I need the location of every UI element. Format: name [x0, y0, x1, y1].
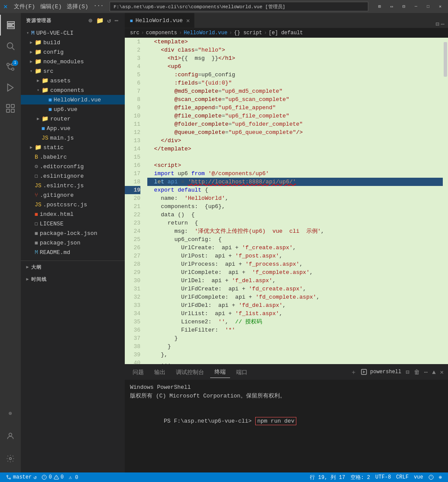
tree-build[interactable]: ▶ 📁 build [21, 38, 125, 47]
tree-helloworld-vue[interactable]: ◼ HelloWorld.vue [21, 95, 125, 104]
status-language[interactable]: vue [411, 474, 426, 481]
status-encoding[interactable]: UTF-8 [373, 474, 393, 481]
more-actions-icon[interactable]: ⋯ [441, 20, 445, 28]
status-indent[interactable]: 空格: 2 [348, 474, 373, 481]
new-folder-icon[interactable]: 📁 [95, 16, 105, 25]
tree-router[interactable]: ▶ 📁 router [21, 114, 125, 124]
svg-line-1 [12, 48, 14, 50]
tab-vue-icon: ◼ [130, 18, 133, 23]
status-warnings[interactable]: ⚠ 0 [66, 474, 81, 481]
activity-explorer[interactable] [0, 15, 21, 36]
tree-eslintrc[interactable]: JS .eslintrc.js [21, 181, 125, 190]
tree-node-modules[interactable]: ▶ 📁 node_modules [21, 57, 125, 66]
tree-editorconfig[interactable]: ⚙ .editorconfig [21, 162, 125, 171]
minimize-btn[interactable]: ─ [412, 2, 420, 11]
layout-btn[interactable]: ⊞ [375, 2, 384, 11]
status-errors[interactable]: 0 0 [39, 474, 66, 480]
main-area: 1 ⊕ 资源管理器 ⊕ 📁 ↺ ⋯ [0, 13, 448, 472]
tab-problems[interactable]: 问题 [128, 367, 148, 378]
status-feedback[interactable] [426, 474, 436, 481]
activity-run[interactable] [0, 77, 21, 98]
tree-components[interactable]: ▾ 📁 components [21, 85, 125, 95]
tab-helloworld[interactable]: ◼ HelloWorld.vue ✕ [125, 13, 195, 28]
svg-rect-8 [6, 109, 10, 112]
sidebar: 资源管理器 ⊕ 📁 ↺ ⋯ ▾ M UP6-VUE-CLI ▶ 📁 build [21, 13, 125, 472]
tree-license[interactable]: ◻ LICENSE [21, 219, 125, 228]
tree-assets[interactable]: ▶ 📁 assets [21, 76, 125, 85]
status-line-ending[interactable]: CRLF [393, 474, 411, 481]
svg-point-10 [9, 433, 12, 436]
terminal-more-icon[interactable]: ⋯ [423, 368, 429, 377]
status-remote[interactable]: ⊕ [436, 474, 445, 481]
tree-static[interactable]: ▶ 📁 static [21, 143, 125, 152]
tree-babelrc[interactable]: B .babelrc [21, 152, 125, 162]
terminal-shell-label[interactable]: powershell [360, 368, 402, 376]
address-text: F:\asp.net\up6-vue-cli\src\components\He… [114, 3, 285, 10]
tree-main-js[interactable]: JS main.js [21, 133, 125, 143]
close-panel-icon[interactable]: ✕ [439, 368, 445, 377]
tree-gitignore[interactable]: ⑂ .gitignore [21, 190, 125, 200]
address-bar[interactable]: F:\asp.net\up6-vue-cli\src\components\He… [110, 2, 368, 11]
maximize-btn[interactable]: □ [424, 2, 432, 11]
outline-header[interactable]: ▶ 大纲 [21, 261, 125, 273]
source-control-badge: 1 [12, 60, 18, 66]
breadcrumb-file[interactable]: HelloWorld.vue [184, 30, 227, 36]
layout-btn3[interactable]: ⊟ [399, 2, 408, 11]
tree-up6-vue[interactable]: ◼ up6.vue [21, 104, 125, 114]
tab-output[interactable]: 输出 [150, 367, 170, 378]
tab-close-btn[interactable]: ✕ [185, 16, 191, 25]
new-file-icon[interactable]: ⊕ [88, 16, 93, 25]
tree-package-json[interactable]: ◼ package.json [21, 238, 125, 248]
tab-right-actions: ⊟ ⋯ [432, 20, 448, 28]
terminal-tab-bar: 问题 输出 调试控制台 终端 端口 ＋ powershell ⊟ 🗑 ⋯ ▲ ✕ [125, 365, 448, 380]
refresh-icon[interactable]: ↺ [107, 16, 112, 25]
breadcrumb-script[interactable]: {} script [234, 30, 262, 36]
layout-btn2[interactable]: ▭ [387, 2, 396, 11]
split-editor-icon[interactable]: ⊟ [435, 20, 439, 28]
tab-debug[interactable]: 调试控制台 [172, 367, 208, 378]
project-root[interactable]: ▾ M UP6-VUE-CLI [21, 28, 125, 38]
tree-src[interactable]: ▾ 📁 src [21, 66, 125, 76]
tree-postcssrc[interactable]: JS .postcssrc.js [21, 200, 125, 209]
breadcrumb-src[interactable]: src [130, 30, 140, 36]
tree-package-lock[interactable]: ◼ package-lock.json [21, 228, 125, 238]
terminal-prompt: PS F:\asp.net\up6-vue-cli> [164, 418, 255, 424]
tree-eslintignore[interactable]: ◻ .eslintignore [21, 171, 125, 181]
tab-label: HelloWorld.vue [136, 17, 183, 24]
activity-settings[interactable] [0, 448, 21, 469]
timeline-header[interactable]: ▶ 时间线 [21, 273, 125, 285]
activity-search[interactable] [0, 36, 21, 56]
terminal-line-4: PS F:\asp.net\up6-vue-cli> npm run dev [130, 409, 443, 434]
menu-select[interactable]: 选择(S) [64, 2, 91, 11]
activity-extensions[interactable] [0, 98, 21, 119]
close-btn[interactable]: ✕ [436, 2, 445, 11]
breadcrumb-default[interactable]: [e] default [269, 30, 303, 36]
code-content[interactable]: <template> <div class="hello"> <h1>{{ ms… [146, 38, 443, 364]
collapse-icon[interactable]: ⋯ [114, 16, 120, 25]
scrollbar-thumb [444, 42, 447, 77]
sidebar-title: 资源管理器 [26, 17, 52, 24]
activity-source-control[interactable]: 1 [0, 56, 21, 77]
tab-terminal[interactable]: 终端 [210, 366, 230, 378]
menu-more[interactable]: ··· [91, 2, 106, 11]
activity-account[interactable] [0, 426, 21, 446]
editor-scrollbar[interactable] [443, 38, 448, 364]
menu-edit[interactable]: 编辑(E) [38, 2, 64, 11]
tree-config[interactable]: ▶ 📁 config [21, 47, 125, 57]
tree-readme[interactable]: M README.md [21, 248, 125, 257]
kill-terminal-icon[interactable]: 🗑 [413, 368, 421, 377]
breadcrumb-components[interactable]: components [146, 30, 177, 36]
svg-marker-5 [8, 84, 13, 91]
tree-index-html[interactable]: ◼ index.html [21, 209, 125, 219]
status-cursor[interactable]: 行 19, 列 17 [307, 474, 348, 481]
new-terminal-icon[interactable]: ＋ [350, 368, 357, 377]
menu-file[interactable]: 文件(F) [11, 2, 38, 11]
status-git[interactable]: master ↺ [3, 474, 39, 481]
terminal-content[interactable]: Windows PowerShell 版权所有 (C) Microsoft Co… [125, 380, 448, 472]
tree-app-vue[interactable]: ◼ App.vue [21, 124, 125, 133]
terminal-line-3 [130, 400, 443, 409]
maximize-panel-icon[interactable]: ▲ [431, 368, 436, 377]
tab-ports[interactable]: 端口 [232, 367, 252, 378]
activity-remote[interactable]: ⊕ [0, 403, 21, 424]
split-terminal-icon[interactable]: ⊟ [405, 368, 410, 377]
